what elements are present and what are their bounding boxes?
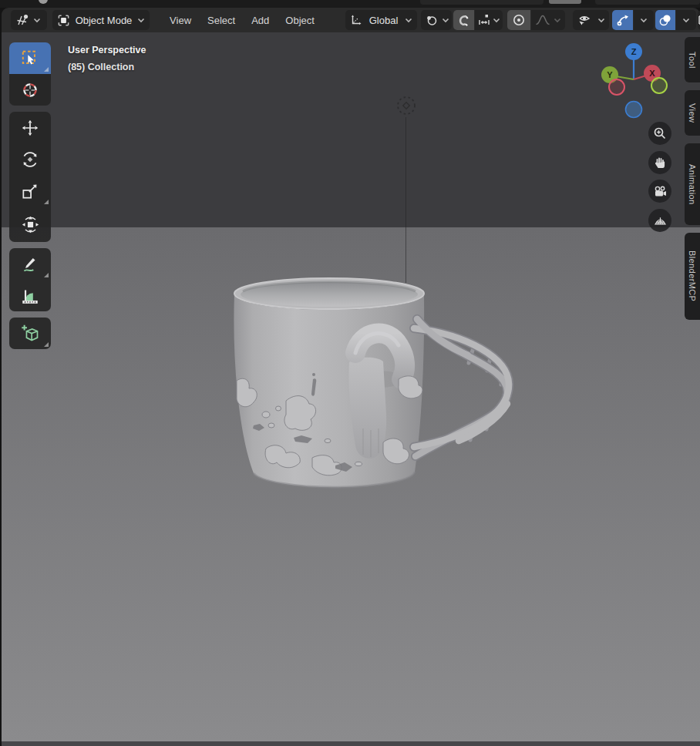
- toggle-xray-icon: [697, 14, 700, 26]
- axis-y-label: Y: [607, 70, 613, 79]
- axis-x-label: X: [649, 69, 655, 78]
- tool-annotate-button[interactable]: [9, 248, 51, 280]
- navigation-axis-gizmo[interactable]: Z Y X: [598, 42, 671, 122]
- transform-orientation-label: Global: [369, 15, 399, 26]
- point-light-icon[interactable]: [392, 92, 420, 119]
- mode-selector[interactable]: Object Mode: [52, 10, 150, 30]
- camera-view-button[interactable]: [648, 180, 671, 203]
- snap-target-selector[interactable]: [475, 10, 503, 30]
- tool-shelf: [9, 42, 51, 355]
- proportional-editing-toggle[interactable]: [507, 10, 530, 30]
- overlays-toggle[interactable]: [655, 10, 675, 30]
- zoom-button[interactable]: [648, 122, 671, 145]
- axis-y-negative-handle[interactable]: [651, 78, 667, 93]
- move-icon: [20, 118, 40, 138]
- scale-icon: [20, 181, 40, 201]
- axis-x-negative-handle[interactable]: [609, 79, 624, 95]
- sidebar-tab-label: View: [688, 103, 697, 123]
- viewport-overlays-icon: [658, 13, 672, 27]
- add-cube-icon: [20, 323, 41, 344]
- chevron-down-icon: [682, 18, 690, 23]
- snap-increment-icon: [478, 14, 490, 26]
- proportional-falloff-selector[interactable]: [531, 10, 565, 30]
- show-object-types-selector[interactable]: [573, 10, 609, 30]
- annotate-icon: [20, 254, 40, 274]
- snap-toggle[interactable]: [453, 10, 474, 30]
- menu-bar: View Select Add Object: [157, 10, 327, 30]
- tool-transform-button[interactable]: [9, 207, 51, 242]
- overlays-dropdown[interactable]: [676, 10, 696, 30]
- blender-window: Object Mode View Select Add Object Glob: [0, 0, 700, 746]
- rotate-icon: [20, 150, 40, 170]
- pivot-point-selector[interactable]: [421, 10, 452, 30]
- sidebar-tab-label: Animation: [688, 164, 697, 205]
- viewport-info-text: User Perspective (85) Collection: [68, 42, 146, 76]
- tool-move-button[interactable]: [9, 112, 51, 143]
- viewport-header: Object Mode View Select Add Object Glob: [2, 8, 700, 32]
- zoom-icon: [653, 126, 667, 140]
- sidebar-tab-blendermcp[interactable]: BlenderMCP: [685, 233, 700, 320]
- transform-icon: [20, 214, 41, 235]
- editor-type-selector[interactable]: [11, 10, 47, 30]
- chevron-down-icon: [405, 18, 412, 23]
- tool-more-indicator: [44, 342, 49, 347]
- axis-z-label: Z: [631, 47, 637, 56]
- select-box-icon: [20, 49, 40, 69]
- sidebar-tab-label: BlenderMCP: [688, 250, 697, 301]
- tool-group-transform: [9, 112, 51, 242]
- topbar-icon-fragment: [39, 0, 48, 4]
- axis-z-negative-handle[interactable]: [626, 102, 642, 118]
- tool-rotate-button[interactable]: [9, 143, 51, 175]
- menu-add[interactable]: Add: [250, 12, 271, 29]
- viewport-gizmos-icon: [616, 13, 630, 27]
- transform-orientation-selector[interactable]: Global: [345, 10, 417, 30]
- tool-group-annotate: [9, 248, 51, 311]
- toggle-projection-grid-icon: [653, 213, 668, 228]
- pan-button[interactable]: [648, 151, 671, 174]
- sidebar-tab-animation[interactable]: Animation: [685, 143, 700, 225]
- sidebar-tab-view[interactable]: View: [685, 90, 700, 136]
- sidebar-tab-tool[interactable]: Tool: [685, 37, 700, 82]
- topbar-strip: [0, 0, 700, 8]
- toggle-projection-button[interactable]: [648, 209, 671, 232]
- tool-measure-button[interactable]: [9, 280, 51, 311]
- chevron-down-icon: [33, 18, 41, 23]
- mug-dna-helix-handle: [414, 319, 509, 456]
- editor-type-3d-viewport-icon: [15, 13, 29, 27]
- chevron-down-icon: [442, 18, 449, 23]
- object-mode-icon: [57, 14, 70, 27]
- chevron-down-icon: [597, 18, 605, 23]
- active-collection-label: (85) Collection: [68, 59, 146, 76]
- transform-orientation-icon: [350, 14, 362, 26]
- sidebar-tab-label: Tool: [688, 52, 697, 69]
- menu-select[interactable]: Select: [206, 12, 237, 29]
- tool-more-indicator: [44, 273, 49, 277]
- cursor-3d-icon: [20, 80, 40, 100]
- menu-view[interactable]: View: [168, 12, 193, 29]
- falloff-curve-icon: [535, 14, 550, 26]
- gizmos-dropdown[interactable]: [634, 10, 654, 30]
- chevron-down-icon: [493, 18, 500, 23]
- window-bottom-strip: [2, 741, 700, 746]
- chevron-down-icon: [137, 18, 145, 23]
- scene-object-mug[interactable]: [220, 264, 528, 518]
- tool-add-cube-button[interactable]: [9, 318, 51, 349]
- tool-select-box-button[interactable]: [9, 42, 51, 74]
- gizmos-toggle[interactable]: [612, 10, 633, 30]
- mode-selector-label: Object Mode: [76, 15, 133, 26]
- tool-group-select: [9, 42, 51, 106]
- tool-cursor-button[interactable]: [9, 74, 51, 106]
- camera-view-icon: [653, 184, 668, 199]
- light-direction-line: [406, 117, 406, 283]
- topbar-widget-fragment: [420, 0, 544, 5]
- menu-object[interactable]: Object: [284, 12, 316, 29]
- tool-scale-button[interactable]: [9, 175, 51, 207]
- proportional-editing-icon: [512, 13, 526, 27]
- topbar-widget-fragment: [549, 0, 581, 4]
- snap-magnet-icon: [457, 14, 470, 27]
- tool-more-indicator: [44, 67, 49, 72]
- pan-hand-icon: [653, 156, 667, 170]
- mug-rim: [234, 278, 424, 309]
- tool-group-add: [9, 318, 51, 349]
- topbar-widget-fragment: [595, 0, 700, 5]
